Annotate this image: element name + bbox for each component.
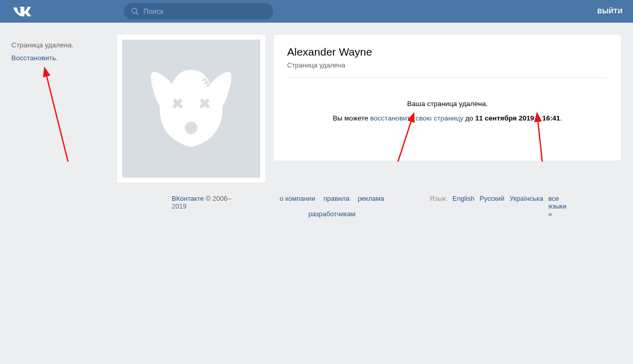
logout-link[interactable]: ВЫЙТИ (597, 8, 623, 15)
footer-ads-link[interactable]: реклама (358, 195, 384, 203)
deleted-avatar-placeholder (122, 40, 260, 178)
avatar-card (116, 34, 266, 183)
restore-mid: до (463, 114, 475, 122)
footer-brand-link[interactable]: ВКонтакте (172, 195, 204, 202)
svg-point-6 (185, 122, 197, 134)
restore-suffix: . (560, 114, 562, 122)
deleted-title: Ваша страница удалена. (287, 97, 608, 111)
footer-about-link[interactable]: о компании (280, 195, 315, 203)
footer-copyright: ВКонтакте © 2006–2019 (172, 195, 234, 218)
restore-link[interactable]: Восстановить. (11, 54, 58, 62)
footer-links: о компании правила реклама разработчикам (265, 195, 399, 218)
svg-line-1 (136, 12, 138, 14)
lang-ru[interactable]: Русский (479, 195, 504, 202)
profile-card: Alexander Wayne Страница удалена Ваша ст… (273, 34, 622, 161)
vk-logo[interactable] (12, 6, 31, 17)
footer-languages: Язык: English Русский Українська все язы… (430, 195, 567, 218)
lang-uk[interactable]: Українська (510, 195, 543, 202)
app-header: ВЫЙТИ (0, 0, 633, 23)
search-input[interactable] (143, 7, 266, 15)
search-icon (131, 7, 139, 15)
restore-deadline: 11 сентября 2019 в 16:41 (475, 114, 560, 122)
page-body: Страница удалена. Восстановить. (11, 23, 622, 183)
lang-en[interactable]: English (453, 195, 475, 202)
deleted-restore-line: Вы можете восстановить свою страницу до … (287, 112, 608, 125)
search-box[interactable] (124, 3, 273, 20)
footer-devs-link[interactable]: разработчикам (308, 210, 355, 218)
svg-point-0 (132, 8, 137, 13)
avatar-column (116, 34, 266, 183)
vk-logo-icon (12, 6, 31, 17)
restore-page-link[interactable]: восстановить свою страницу (370, 114, 463, 122)
deleted-dog-icon (143, 60, 240, 157)
footer-rules-link[interactable]: правила (323, 195, 349, 203)
left-sidebar: Страница удалена. Восстановить. (11, 34, 109, 183)
profile-name: Alexander Wayne (287, 46, 608, 58)
lang-label: Язык: (430, 195, 447, 202)
footer: ВКонтакте © 2006–2019 о компании правила… (66, 195, 567, 218)
deleted-message: Ваша страница удалена. Вы можете восстан… (287, 78, 608, 125)
profile-column: Alexander Wayne Страница удалена Ваша ст… (273, 34, 622, 183)
lang-all[interactable]: все языки » (548, 195, 567, 218)
restore-prefix: Вы можете (333, 114, 370, 122)
page-deleted-label: Страница удалена. (11, 41, 109, 49)
profile-subtitle: Страница удалена (287, 61, 608, 78)
